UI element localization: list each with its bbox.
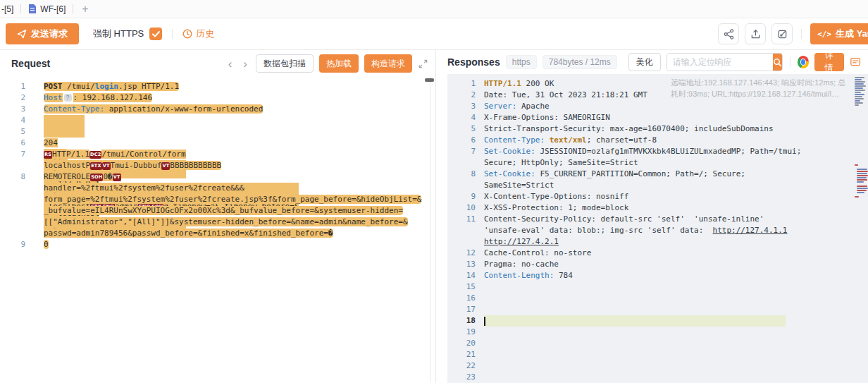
line-number: [447, 236, 476, 248]
code-line-text: 'unsafe-eval' data: blob:; img-src 'self…: [484, 225, 787, 236]
code-row[interactable]: 10X-XSS-Protection: 1; mode=block: [447, 202, 868, 214]
request-scrollbar-thumb[interactable]: [425, 78, 434, 82]
code-row[interactable]: handler=%2ftmui%2fsystem%2fuser%2fcreate…: [0, 183, 435, 194]
code-row[interactable]: Secure; HttpOnly; SameSite=Strict: [447, 157, 868, 169]
code-row[interactable]: 3Server: Apache: [447, 101, 868, 112]
code-line-text: X-Content-Type-Options: nosniff: [484, 191, 628, 202]
line-number: 17: [447, 304, 476, 315]
response-meta-info: 远端地址:192.168.127.146:443; 响应时间:12ms; 总耗时…: [671, 77, 848, 99]
add-tab-button[interactable]: +: [73, 3, 97, 16]
packet-scan-button[interactable]: 数据包扫描: [256, 54, 314, 73]
line-number: 10: [447, 202, 476, 214]
code-line-text: 0: [44, 239, 49, 250]
code-row[interactable]: 8Set-Cookie: F5_CURRENT_PARTITION=Common…: [447, 169, 868, 180]
tab-prev[interactable]: -[5]: [1, 0, 20, 18]
code-row[interactable]: 9X-Content-Type-Options: nosniff: [447, 191, 868, 202]
tab-active-webfuzzer[interactable]: WF-[6]: [21, 0, 73, 18]
code-row[interactable]: 8REMOTEROLESOH0�VT→ localhostSTXENQadmin…: [0, 171, 435, 183]
request-panel: Request ‹ › 数据包扫描 热加载 构造请求 1POST /tmui/l…: [0, 50, 436, 383]
line-number: 23: [447, 372, 476, 383]
feedback-comment-icon[interactable]: [850, 56, 861, 68]
code-row[interactable]: 18: [447, 315, 868, 327]
clock-icon: [182, 29, 192, 39]
beautify-button[interactable]: 美化: [628, 53, 661, 71]
open-in-chrome-icon[interactable]: [798, 56, 809, 68]
force-https-checkbox[interactable]: [149, 28, 162, 40]
code-row[interactable]: 17: [447, 304, 868, 315]
code-line-text: _bufvalue=eIL4RUnSwXYoPUIOGcOFx2o00Xc%3d…: [44, 205, 403, 217]
code-row[interactable]: form_page=%2ftmui%2fsystem%2fuser%2fcrea…: [0, 194, 435, 205]
fullscreen-icon[interactable]: [418, 59, 428, 69]
detail-button[interactable]: 详情: [814, 53, 844, 71]
request-panel-header: Request ‹ › 数据包扫描 热加载 构造请求: [0, 50, 435, 77]
send-request-button[interactable]: 发送请求: [6, 23, 79, 44]
edit-button[interactable]: [771, 23, 793, 44]
toolbar-divider: [172, 29, 173, 39]
prev-page-chevron[interactable]: ‹: [225, 58, 235, 70]
locate-response-input[interactable]: [667, 54, 773, 71]
line-number: [447, 157, 476, 169]
code-row[interactable]: SameSite=Strict: [447, 180, 868, 191]
check-icon: [152, 31, 160, 37]
next-page-chevron[interactable]: ›: [240, 58, 250, 70]
code-row[interactable]: 4: [0, 115, 435, 126]
line-number: 7: [0, 149, 25, 160]
history-button[interactable]: 历史: [182, 28, 214, 40]
code-line-text: REMOTEROLESOH0�VT→ localhostSTXENQadminE…: [44, 171, 299, 183]
code-row[interactable]: 6Content-Type: text/xml; charset=utf-8: [447, 135, 868, 146]
code-row[interactable]: 1POST /tmui/login.jsp HTTP/1.1: [0, 81, 435, 92]
generate-yaml-button[interactable]: </> 生成 Yaml: [810, 23, 868, 44]
request-editor[interactable]: 1POST /tmui/login.jsp HTTP/1.12Host?: 19…: [0, 77, 435, 383]
code-row[interactable]: 13Pragma: no-cache: [447, 259, 868, 270]
code-row[interactable]: 6204→→: [0, 138, 435, 149]
code-line-text: RSHTTP/1.1DC2/tmui/Control/form→ 127.0.0…: [44, 149, 186, 160]
fuzzer-toolbar: 发送请求 强制 HTTPS 历史: [0, 18, 868, 49]
line-number: 9: [0, 239, 25, 250]
minimap[interactable]: [855, 75, 868, 383]
code-line-text: HTTP/1.1 200 OK: [484, 78, 554, 90]
code-row[interactable]: [["Administrator","[All]"]]&systemuser-h…: [0, 217, 435, 228]
code-row[interactable]: 7Set-Cookie: JSESSIONID=ozlafg1mTMVKXkbk…: [447, 146, 868, 157]
protocol-tag: https: [506, 55, 537, 69]
code-row[interactable]: 23: [447, 372, 868, 383]
line-number: 22: [447, 360, 476, 372]
construct-request-button[interactable]: 构造请求: [364, 54, 412, 73]
code-line-text: Content-Type: application/x-www-form-url…: [44, 104, 263, 115]
code-row[interactable]: 16: [447, 293, 868, 304]
code-row[interactable]: 5Strict-Transport-Security: max-age=1607…: [447, 123, 868, 135]
code-row[interactable]: passwd=admin789456&passwd_before=&finish…: [0, 228, 435, 239]
code-row[interactable]: 15: [447, 281, 868, 293]
code-row[interactable]: 19: [447, 327, 868, 338]
line-number: 6: [0, 138, 25, 149]
code-row[interactable]: 2Host?: 192.168.127.146: [0, 92, 435, 104]
code-row[interactable]: 22: [447, 360, 868, 372]
search-button[interactable]: [773, 54, 782, 71]
line-number: 4: [447, 112, 476, 123]
code-row[interactable]: 4X-Frame-Options: SAMEORIGIN: [447, 112, 868, 123]
code-row[interactable]: http://127.4.2.1: [447, 236, 868, 248]
code-row[interactable]: 21: [447, 349, 868, 360]
tab-bar: -[5] WF-[6] +: [0, 0, 868, 18]
code-row[interactable]: 20: [447, 338, 868, 349]
code-row[interactable]: _bufvalue=eIL4RUnSwXYoPUIOGcOFx2o00Xc%3d…: [0, 205, 435, 217]
share-button[interactable]: [718, 23, 739, 44]
code-line-text: [44, 126, 85, 138]
code-line-text: X-XSS-Protection: 1; mode=block: [484, 202, 628, 214]
response-editor[interactable]: 远端地址:192.168.127.146:443; 响应时间:12ms; 总耗时…: [447, 74, 868, 383]
code-row[interactable]: 5: [0, 126, 435, 138]
line-number: 15: [447, 281, 476, 293]
code-row[interactable]: 7RSHTTP/1.1DC2/tmui/Control/form→ 127.0.…: [0, 149, 435, 160]
toolbar-divider: [801, 29, 802, 39]
code-row[interactable]: 90: [0, 239, 435, 250]
code-row[interactable]: 'unsafe-eval' data: blob:; img-src 'self…: [447, 225, 868, 236]
code-row[interactable]: 3Content-Type: application/x-www-form-ur…: [0, 104, 435, 115]
line-number: 8: [0, 171, 25, 183]
code-row[interactable]: localhostPETXVTTmui-DubbufVTBBBBBBBBBBB: [0, 160, 435, 171]
response-editor-wrapper: 远端地址:192.168.127.146:443; 响应时间:12ms; 总耗时…: [436, 74, 868, 383]
code-row[interactable]: 11Content-Security-Policy: default-src '…: [447, 214, 868, 225]
code-row[interactable]: 12Cache-Control: no-store: [447, 248, 868, 259]
export-button[interactable]: [745, 23, 766, 44]
locate-response-searchbox: [666, 53, 783, 71]
hot-reload-button[interactable]: 热加载: [319, 54, 359, 73]
code-row[interactable]: 14Content-Length: 784: [447, 270, 868, 281]
